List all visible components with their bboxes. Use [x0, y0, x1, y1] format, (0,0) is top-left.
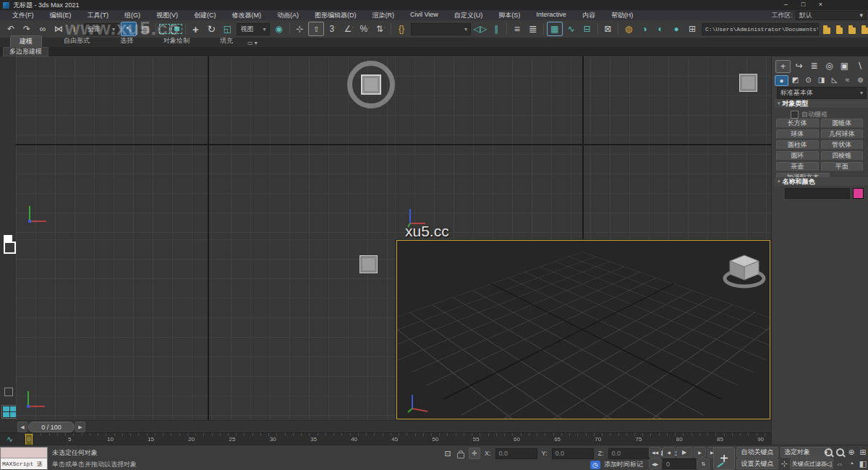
primitive-button[interactable]: 圆环: [776, 151, 819, 161]
isolate-selection-icon[interactable]: ⊡: [443, 448, 453, 458]
orbit-icon[interactable]: ◔: [846, 458, 856, 469]
render-setup-icon[interactable]: ◑: [637, 22, 652, 35]
zoom-all-icon[interactable]: [835, 447, 845, 457]
menu-item[interactable]: 动画(A): [269, 11, 307, 20]
align-icon[interactable]: ∥: [489, 22, 503, 35]
selection-lock-icon[interactable]: [457, 453, 464, 458]
create-layout-icon[interactable]: [1, 405, 17, 419]
next-frame-arrow[interactable]: ▶: [75, 422, 85, 432]
menu-item[interactable]: 内容: [574, 11, 603, 20]
create-tab[interactable]: +: [775, 60, 791, 73]
maximize-viewport-icon[interactable]: ◧: [858, 458, 868, 469]
add-time-tag-label[interactable]: 添加时间标记: [604, 460, 643, 469]
select-and-rotate-icon[interactable]: ↻: [204, 22, 218, 35]
object-type-rollout[interactable]: ▾对象类型: [775, 99, 868, 108]
select-and-link-icon[interactable]: ∞: [35, 22, 50, 35]
menu-item[interactable]: 工具(T): [80, 11, 117, 20]
selection-filter-dropdown[interactable]: 全部▾: [84, 23, 119, 35]
viewport-top[interactable]: [16, 56, 395, 239]
set-keys-button[interactable]: +: [713, 447, 735, 470]
listener-pane[interactable]: MAXScript 迷: [1, 458, 47, 469]
menu-item[interactable]: 组(G): [116, 11, 148, 20]
use-pivot-center-icon[interactable]: ◉: [272, 22, 286, 35]
ribbon-subtab-polygon-modeling[interactable]: 多边形建模: [3, 47, 48, 56]
viewport-left[interactable]: [16, 239, 395, 420]
object-color-swatch[interactable]: [853, 188, 864, 199]
primitive-button[interactable]: 圆锥体: [821, 119, 864, 128]
angle-snap-icon[interactable]: ∠ʾ: [341, 22, 356, 35]
named-set-dropdown[interactable]: ▾: [411, 23, 471, 35]
viewcube[interactable]: [347, 61, 395, 108]
maximize-button[interactable]: □: [798, 0, 809, 9]
keyboard-override-icon[interactable]: ⇧: [308, 22, 324, 36]
viewport-layout-tab-icon[interactable]: [4, 235, 12, 242]
field-of-view-icon[interactable]: ◁: [823, 458, 833, 469]
set-key-button[interactable]: 设置关键点: [736, 458, 778, 469]
schematic-view-icon[interactable]: ⊟: [580, 22, 595, 35]
redo-icon[interactable]: ↷: [20, 22, 34, 35]
spinner-snap-icon[interactable]: ⇅ʾ: [373, 22, 388, 35]
menu-item[interactable]: 修改器(M): [224, 11, 270, 20]
rectangular-selection-region-icon[interactable]: [159, 24, 170, 34]
viewcube[interactable]: [739, 74, 757, 92]
menu-item[interactable]: 创建(C): [186, 11, 224, 20]
object-name-field[interactable]: [785, 188, 850, 199]
viewcube[interactable]: [721, 249, 767, 290]
mirror-icon[interactable]: ◁▷: [473, 22, 488, 35]
viewport-perspective-active[interactable]: [396, 240, 770, 419]
mini-curve-editor-icon[interactable]: ∿: [7, 435, 13, 444]
select-and-manipulate-icon[interactable]: ⊹: [292, 22, 307, 35]
rendered-frame-window-icon[interactable]: ◐: [653, 22, 668, 35]
motion-tab[interactable]: ◎: [822, 60, 836, 72]
primitive-button[interactable]: 茶壶: [776, 162, 819, 171]
bind-to-spacewarp-icon[interactable]: ≀: [67, 22, 82, 35]
time-slider-handle[interactable]: 0 / 100: [28, 422, 75, 432]
project-settings-icon[interactable]: [861, 27, 868, 34]
workspace-dropdown[interactable]: 默认▾: [796, 11, 867, 20]
menu-item[interactable]: 脚本(S): [490, 11, 528, 20]
ribbon-tab[interactable]: 填充: [211, 35, 242, 47]
primitive-category-dropdown[interactable]: 标准基本体▾: [777, 87, 867, 99]
layout-preset-icon[interactable]: [4, 388, 13, 396]
primitive-button[interactable]: 管状体: [821, 140, 864, 150]
utilities-tab[interactable]: ∖: [853, 60, 867, 72]
named-selection-sets-icon[interactable]: {}: [394, 22, 409, 35]
frame-spinner[interactable]: ⇅: [697, 458, 710, 469]
primitive-button[interactable]: 几何球体: [821, 129, 864, 139]
hierarchy-tab[interactable]: ≣: [807, 60, 821, 72]
next-frame-button[interactable]: ▶: [694, 447, 706, 458]
absolute-mode-icon[interactable]: ✛: [469, 448, 480, 459]
select-and-scale-icon[interactable]: ◱: [220, 22, 234, 35]
set-project-folder-icon[interactable]: [836, 27, 843, 34]
y-coordinate-field[interactable]: 0.0: [552, 448, 594, 459]
primitive-button[interactable]: 球体: [776, 129, 819, 139]
ribbon-collapse-icon[interactable]: ▭ ▾: [247, 40, 258, 47]
render-production-icon[interactable]: ●: [669, 22, 684, 35]
auto-key-button[interactable]: 自动关键点: [736, 447, 778, 458]
systems-category-icon[interactable]: ⊚: [854, 75, 867, 85]
undo-icon[interactable]: ↶: [4, 22, 18, 35]
play-button[interactable]: ▶: [676, 447, 692, 458]
menu-item[interactable]: 文件(F): [4, 11, 42, 20]
menu-item[interactable]: 编辑(E): [42, 11, 80, 20]
primitive-button[interactable]: 长方体: [776, 119, 819, 128]
menu-item[interactable]: 视图(V): [148, 11, 186, 20]
recent-project-icon[interactable]: [848, 27, 856, 34]
menu-item[interactable]: 渲染(R): [365, 11, 403, 20]
ribbon-tab[interactable]: 自由形式: [55, 35, 98, 47]
select-object-icon[interactable]: ↖: [121, 22, 137, 36]
menu-item[interactable]: 图形编辑器(D): [307, 11, 365, 20]
primitive-button[interactable]: 四棱锥: [821, 151, 864, 161]
spacewarps-category-icon[interactable]: ≈: [841, 75, 854, 85]
track-bar[interactable]: ∿ 05101520253035404550556065707580859095…: [0, 432, 868, 445]
ribbon-tab[interactable]: 建模: [10, 35, 42, 47]
viewcube[interactable]: [359, 255, 378, 273]
cameras-category-icon[interactable]: ◨: [815, 75, 827, 85]
z-coordinate-field[interactable]: 0.0: [608, 448, 650, 459]
previous-frame-arrow[interactable]: ◀: [17, 422, 27, 432]
x-coordinate-field[interactable]: 0.0: [495, 448, 537, 459]
project-folder-dropdown[interactable]: C:\Users\Administrator\Documents\3ds Max…: [702, 23, 819, 35]
menu-item[interactable]: Interactive: [528, 11, 574, 20]
scene-states-icon[interactable]: ⊠: [600, 22, 615, 35]
unlink-selection-icon[interactable]: ⋈: [51, 22, 66, 35]
